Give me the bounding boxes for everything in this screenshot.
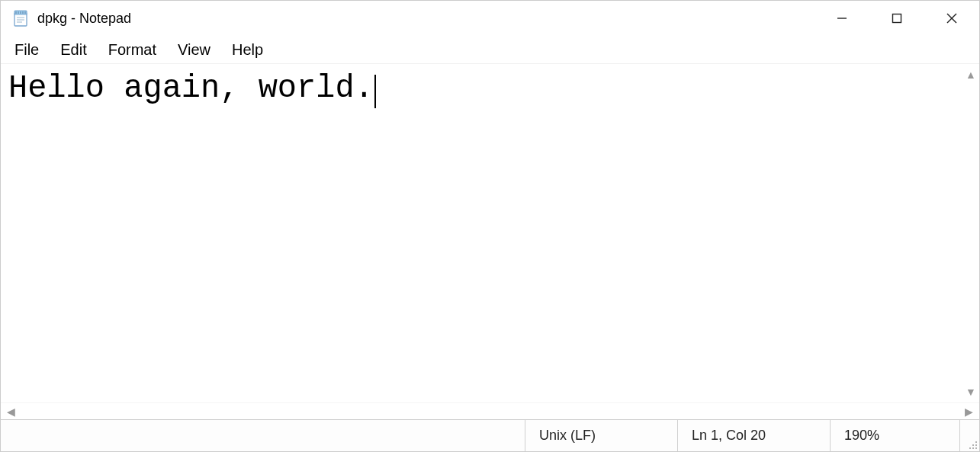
svg-point-19 [975,447,977,449]
scroll-right-icon[interactable]: ▶ [965,406,973,418]
svg-point-17 [969,447,971,449]
editor-area: Hello again, world. ▲ ▼ ◀ ▶ [1,63,979,419]
title-bar[interactable]: dpkg - Notepad [1,1,979,36]
menu-view[interactable]: View [167,38,221,62]
menu-format[interactable]: Format [98,38,167,62]
svg-point-16 [975,444,977,446]
maximize-button[interactable] [869,1,924,36]
svg-point-14 [975,441,977,443]
text-editor[interactable]: Hello again, world. [1,64,962,402]
status-zoom: 190% [830,420,959,451]
svg-point-18 [972,447,974,449]
status-cursor-position: Ln 1, Col 20 [677,420,830,451]
svg-point-15 [972,444,974,446]
menu-bar: File Edit Format View Help [1,36,979,63]
notepad-icon [8,9,33,27]
menu-file[interactable]: File [4,38,50,62]
status-spacer [1,420,525,451]
horizontal-scrollbar[interactable]: ◀ ▶ [1,402,979,419]
close-button[interactable] [924,1,979,36]
status-bar: Unix (LF) Ln 1, Col 20 190% [1,419,979,451]
notepad-window: dpkg - Notepad File Edit Format View Hel… [0,0,980,452]
text-caret [374,75,376,108]
svg-rect-11 [893,14,901,23]
vertical-scrollbar[interactable]: ▲ ▼ [962,64,979,402]
minimize-button[interactable] [815,1,869,36]
scroll-left-icon[interactable]: ◀ [7,406,15,418]
menu-help[interactable]: Help [221,38,274,62]
resize-grip[interactable] [959,420,979,451]
menu-edit[interactable]: Edit [50,38,97,62]
status-line-ending: Unix (LF) [525,420,677,451]
scroll-up-icon[interactable]: ▲ [966,69,976,81]
window-title: dpkg - Notepad [37,11,131,27]
editor-content: Hello again, world. [8,70,374,107]
scroll-down-icon[interactable]: ▼ [966,386,976,398]
